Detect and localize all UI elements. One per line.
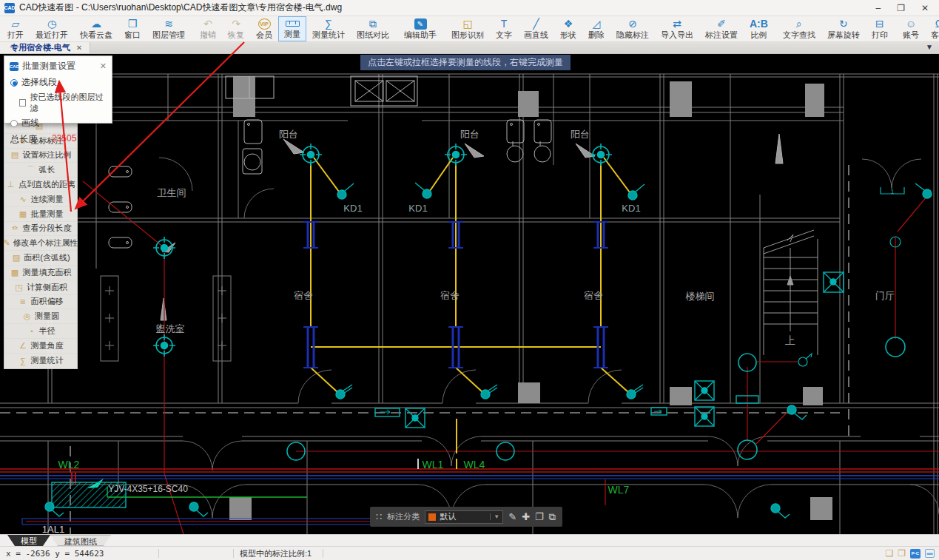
collapse-toolbar-icon[interactable]: ▼ [926,43,933,51]
annotation-grid-icon[interactable]: ∷ [376,511,382,522]
sidebar-item-measure-circle[interactable]: ◎测量圆 [4,309,77,324]
drawing-label: WL2 [58,459,80,470]
sidebar-item-area-offset[interactable]: ⧈面积偏移 [4,295,77,310]
sidebar-item-area-arc[interactable]: ▨面积(含弧线) [4,251,77,266]
sidebar-item-modify-annotation[interactable]: ✎修改单个标注属性 [4,236,77,251]
toolbar-button-layers[interactable]: ≋图层管理 [147,16,191,41]
toolbar-button-window[interactable]: ❒窗口 [118,16,147,41]
vip-icon: VIP [258,18,271,30]
window-title: CAD快速看图 - C:\Users\ruohan\Desktop\CAD快速看… [19,1,342,14]
toolbar-button-stats[interactable]: ∑测量统计 [306,16,351,41]
radio-select-segment[interactable] [10,79,18,87]
toolbar-button-line[interactable]: ╱画直线 [518,16,554,41]
toolbar-button-erase[interactable]: ◿删除 [582,16,610,41]
minimize-panel-icon[interactable]: ▬ [925,549,935,558]
toolbar-button-print[interactable]: ⊟打印 [866,16,894,41]
sidebar-item-continuous-measure[interactable]: ∿连续测量 [4,192,77,207]
toolbar-button-screen-rotate[interactable]: ↻屏幕旋转 [821,16,866,41]
edit-annotation-icon[interactable]: ✎ [508,511,516,522]
sidebar-item-segment-length[interactable]: ≏查看分段长度 [4,222,77,237]
door-arcs [159,158,939,518]
open-folder-icon: ▱ [12,18,20,30]
toolbar-button-text[interactable]: T文字 [490,16,518,41]
sidebar-item-label: 测量统计 [31,355,64,366]
drawing-label: 阳台 [279,129,298,140]
toolbar-button-import-export[interactable]: ⇄导入导出 [655,16,699,41]
pc-transfer-icon[interactable]: P-C [910,549,921,559]
sidebar-item-radius[interactable]: ◔半径 [4,324,77,339]
arc-length-icon: ⌒ [27,164,36,175]
measure-sidebar: ▤⊕坐标标注▤设置标注比例⌒弧长⊥点到直线的距离∿连续测量▦批量测量≏查看分段长… [4,118,78,369]
tab-architectural-sheet[interactable]: 建筑图纸 [50,535,111,546]
tab-model[interactable]: 模型 [7,535,50,546]
minimize-icon[interactable]: – [875,3,881,13]
switch-symbols [45,183,932,518]
drawing-label: KD1 [622,203,640,214]
drawing-label: 宿舍 [294,290,313,301]
toolbar-button-open-folder[interactable]: ▱打开 [1,16,30,41]
fill-area-icon: ▩ [10,268,20,277]
radio-draw-line[interactable] [10,120,18,127]
print-icon: ⊟ [875,18,884,30]
toolbar-button-measure[interactable]: 测量 [278,16,306,41]
move-icon[interactable]: ✚ [522,511,530,522]
document-tab-label: 专用宿舍楼-电气 [10,42,70,53]
sheet-tab-bar: 模型 建筑图纸 [0,534,939,546]
checkbox-layer-filter[interactable] [19,99,26,107]
dialog-logo-icon: CAD [10,62,18,71]
cloud-icon: ☁ [91,18,101,30]
catalog-icon[interactable]: ❏ [885,548,893,559]
hint-bar: 点击左键或拉框选择要测量的线段，右键完成测量 [360,55,571,70]
toolbar-button-redo[interactable]: ↷恢复 [222,16,250,41]
sidebar-item-set-scale[interactable]: ▤设置标注比例 [4,149,77,163]
sidebar-item-label: 连续测量 [31,194,64,205]
drawing-canvas[interactable]: 阳台阳台阳台卫生间KD1KD1KD1宿舍宿舍宿舍楼梯间门厅盥洗室上1WL2WL1… [0,54,939,534]
toolbar-button-service[interactable]: Ω客服 [925,16,939,41]
window-icon: ❒ [128,18,138,30]
toolbar-button-undo[interactable]: ↶撤销 [194,16,222,41]
sidebar-item-side-area[interactable]: ◳计算侧面积 [4,280,77,295]
toolbar-button-hide-annotation[interactable]: ⊘隐藏标注 [610,16,655,41]
category-selected-value: 默认 [440,511,486,522]
side-area-icon: ◳ [14,283,24,292]
sidebar-item-measure-stats[interactable]: ∑测量统计 [4,354,77,368]
annotation-category-label: 标注分类 [387,511,420,522]
toolbar-button-shape-recognize[interactable]: ◱图形识别 [445,16,490,41]
close-icon[interactable]: ✕ [921,3,929,13]
maximize-icon[interactable]: ❐ [897,3,905,13]
toolbar-button-shapes[interactable]: ❖形状 [554,16,582,41]
radius-icon: ◔ [27,327,36,336]
toolbar-button-recent[interactable]: ◷最近打开 [30,16,74,41]
document-tab[interactable]: 专用宿舍楼-电气 ✕ [0,42,90,53]
tab-close-icon[interactable]: ✕ [76,44,82,52]
toolbar-label: 屏幕旋转 [827,30,860,41]
sidebar-item-point-to-line[interactable]: ⊥点到直线的距离 [4,178,77,192]
shapes-icon: ❖ [564,18,573,30]
screen-rotate-icon: ↻ [839,18,848,30]
sidebar-item-batch-measure[interactable]: ▦批量测量 [4,207,77,222]
snapshot-icon[interactable]: ❐ [898,548,906,559]
copy-icon[interactable]: ❐ [535,511,544,522]
radio-draw-line-label: 画线 [21,117,39,129]
annotation-category-select[interactable]: 默认 ▼ [425,510,503,524]
toolbar-label: 测量 [284,29,300,40]
toolbar-button-vip[interactable]: VIP会员 [250,16,278,41]
clipboard-icon[interactable]: ⧉ [549,511,556,523]
continuous-measure-icon: ∿ [18,195,28,204]
dialog-close-icon[interactable]: ✕ [100,61,107,71]
toolbar-button-scale[interactable]: A:B比例 [744,16,774,41]
toolbar-button-assistant[interactable]: ✎编辑助手 [398,16,442,41]
app-logo-icon: CAD [4,3,15,13]
toolbar-button-compare[interactable]: ⧉图纸对比 [351,16,395,41]
toolbar-label: 客服 [931,30,939,41]
toolbar-button-annotation-settings[interactable]: ✐标注设置 [699,16,744,41]
sidebar-item-arc-length[interactable]: ⌒弧长 [4,163,77,178]
toolbar-label: 比例 [750,30,767,41]
sidebar-item-fill-area[interactable]: ▩测量填充面积 [4,266,77,280]
toolbar-button-cloud[interactable]: ☁快看云盘 [74,16,118,41]
toolbar-button-account[interactable]: ☺账号 [897,16,925,41]
sidebar-item-angle[interactable]: ∠测量角度 [4,339,77,354]
cad-drawing: 阳台阳台阳台卫生间KD1KD1KD1宿舍宿舍宿舍楼梯间门厅盥洗室上1WL2WL1… [0,54,939,534]
toolbar-button-text-search[interactable]: ⌕文字查找 [777,16,821,41]
sidebar-item-label: 面积偏移 [31,296,64,307]
